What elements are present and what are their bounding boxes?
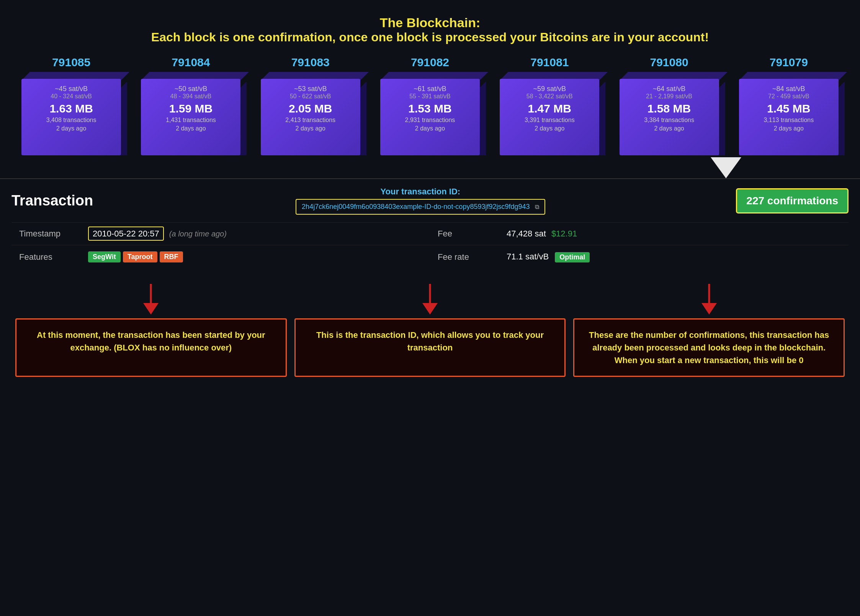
features-row: Features SegWitTaprootRBF [11, 245, 430, 269]
transaction-section: Transaction Your transaction ID: 2h4j7ck… [0, 179, 860, 280]
block-number: 791079 [770, 56, 808, 69]
block-size: 1.58 MB [626, 102, 713, 115]
svg-marker-3 [422, 303, 438, 315]
arrow-3-container [569, 280, 849, 318]
block-3d: ~45 sat/vB 40 - 324 sat/vB 1.63 MB 3,408… [21, 72, 121, 155]
block-face-front: ~53 sat/vB 50 - 622 sat/vB 2.05 MB 2,413… [261, 79, 360, 155]
tx-header-row: Transaction Your transaction ID: 2h4j7ck… [11, 187, 849, 215]
block-wrapper: 791083 ~53 sat/vB 50 - 622 sat/vB 2.05 M… [251, 56, 370, 155]
block-face-front: ~50 sat/vB 48 - 394 sat/vB 1.59 MB 1,431… [141, 79, 240, 155]
svg-marker-1 [143, 303, 159, 315]
arrow-row [0, 155, 860, 178]
fee-rate-row: Fee rate 71.1 sat/vB Optimal [430, 245, 849, 269]
block-time: 2 days ago [28, 125, 115, 132]
block-txcount: 3,113 transactions [745, 117, 832, 124]
arrows-section [0, 280, 860, 318]
block-size: 1.47 MB [506, 102, 593, 115]
timestamp-value: 2010-05-22 20:57 (a long time ago) [88, 229, 227, 239]
block-size: 1.53 MB [386, 102, 474, 115]
block-size: 2.05 MB [267, 102, 354, 115]
block-sat: ~84 sat/vB [745, 85, 832, 93]
copy-icon[interactable]: ⧉ [535, 204, 539, 210]
arrow-2-container [291, 280, 570, 318]
timestamp-label: Timestamp [19, 229, 88, 239]
fee-rate-number: 71.1 sat/vB [507, 252, 549, 261]
block-wrapper: 791084 ~50 sat/vB 48 - 394 sat/vB 1.59 M… [131, 56, 250, 155]
block-face-front: ~61 sat/vB 55 - 391 sat/vB 1.53 MB 2,931… [380, 79, 480, 155]
header-title-line2: Each block is one confirmation, once one… [8, 30, 852, 44]
annotations-row: At this moment, the transaction has been… [0, 318, 860, 392]
annotation-box-1: This is the transaction ID, which allows… [294, 318, 566, 377]
block-txcount: 3,408 transactions [28, 117, 115, 124]
block-3d: ~59 sat/vB 58 - 3,422 sat/vB 1.47 MB 3,3… [500, 72, 599, 155]
annotation-box-2: These are the number of confirmations, t… [573, 318, 845, 377]
timestamp-boxed: 2010-05-22 20:57 [88, 227, 164, 241]
block-sat-range: 48 - 394 sat/vB [147, 93, 234, 100]
block-face-front: ~84 sat/vB 72 - 459 sat/vB 1.45 MB 3,113… [739, 79, 839, 155]
block-txcount: 2,931 transactions [386, 117, 474, 124]
block-wrapper: 791081 ~59 sat/vB 58 - 3,422 sat/vB 1.47… [490, 56, 609, 155]
page-header: The Blockchain: Each block is one confir… [0, 0, 860, 52]
block-number: 791083 [291, 56, 330, 69]
block-face-front: ~64 sat/vB 21 - 2,199 sat/vB 1.58 MB 3,3… [620, 79, 719, 155]
block-number: 791082 [411, 56, 449, 69]
block-txcount: 2,413 transactions [267, 117, 354, 124]
annotation-box-0: At this moment, the transaction has been… [15, 318, 287, 377]
block-sat: ~53 sat/vB [267, 85, 354, 93]
feature-tag-taproot: Taproot [123, 251, 157, 262]
block-wrapper: 791080 ~64 sat/vB 21 - 2,199 sat/vB 1.58… [609, 56, 729, 155]
block-3d: ~84 sat/vB 72 - 459 sat/vB 1.45 MB 3,113… [739, 72, 839, 155]
tx-id-box: 2h4j7ck6nej0049fm6o0938403example-ID-do-… [296, 199, 545, 215]
block-sat-range: 55 - 391 sat/vB [386, 93, 474, 100]
svg-marker-5 [701, 303, 717, 315]
block-3d: ~61 sat/vB 55 - 391 sat/vB 1.53 MB 2,931… [380, 72, 480, 155]
tx-id-center: Your transaction ID: 2h4j7ck6nej0049fm6o… [105, 187, 736, 215]
arrow-2-icon [419, 284, 441, 315]
block-3d: ~53 sat/vB 50 - 622 sat/vB 2.05 MB 2,413… [261, 72, 360, 155]
annotation-text-2: These are the number of confirmations, t… [582, 329, 836, 367]
fee-usd: $12.91 [551, 229, 577, 238]
block-wrapper: 791082 ~61 sat/vB 55 - 391 sat/vB 1.53 M… [370, 56, 490, 155]
fee-rate-value: 71.1 sat/vB Optimal [507, 252, 590, 262]
block-sat: ~59 sat/vB [506, 85, 593, 93]
feature-tag-rbf: RBF [160, 251, 183, 262]
block-face-front: ~45 sat/vB 40 - 324 sat/vB 1.63 MB 3,408… [21, 79, 121, 155]
blockchain-row: 791085 ~45 sat/vB 40 - 324 sat/vB 1.63 M… [0, 52, 860, 155]
arrow-1-icon [139, 284, 162, 315]
header-title-line1: The Blockchain: [8, 15, 852, 30]
fee-sat: 47,428 sat [507, 229, 546, 238]
block-sat-range: 40 - 324 sat/vB [28, 93, 115, 100]
fee-row: Fee 47,428 sat $12.91 [430, 222, 849, 245]
block-wrapper: 791079 ~84 sat/vB 72 - 459 sat/vB 1.45 M… [729, 56, 849, 155]
block-sat: ~45 sat/vB [28, 85, 115, 93]
block-sat: ~61 sat/vB [386, 85, 474, 93]
block-sat-range: 21 - 2,199 sat/vB [626, 93, 713, 100]
block-number: 791081 [530, 56, 569, 69]
block-time: 2 days ago [386, 125, 474, 132]
block-number: 791084 [172, 56, 210, 69]
transaction-title: Transaction [11, 192, 93, 209]
block-time: 2 days ago [147, 125, 234, 132]
block-time: 2 days ago [626, 125, 713, 132]
fee-value: 47,428 sat $12.91 [507, 229, 577, 239]
tx-id-value: 2h4j7ck6nej0049fm6o0938403example-ID-do-… [302, 203, 530, 210]
fee-label: Fee [438, 229, 507, 239]
block-txcount: 1,431 transactions [147, 117, 234, 124]
block-number: 791085 [52, 56, 90, 69]
fee-rate-label: Fee rate [438, 252, 507, 262]
optimal-badge: Optimal [555, 252, 590, 262]
tx-id-label: Your transaction ID: [105, 187, 736, 197]
timestamp-row: Timestamp 2010-05-22 20:57 (a long time … [11, 222, 430, 245]
block-sat: ~50 sat/vB [147, 85, 234, 93]
features-label: Features [19, 252, 88, 262]
block-txcount: 3,391 transactions [506, 117, 593, 124]
block-size: 1.63 MB [28, 102, 115, 115]
block-sat-range: 72 - 459 sat/vB [745, 93, 832, 100]
arrow-1-container [11, 280, 291, 318]
confirmations-badge: 227 confirmations [736, 188, 849, 213]
block-number: 791080 [650, 56, 688, 69]
block-time: 2 days ago [506, 125, 593, 132]
features-value: SegWitTaprootRBF [88, 251, 185, 262]
annotation-text-1: This is the transaction ID, which allows… [303, 329, 557, 354]
block-3d: ~64 sat/vB 21 - 2,199 sat/vB 1.58 MB 3,3… [620, 72, 719, 155]
